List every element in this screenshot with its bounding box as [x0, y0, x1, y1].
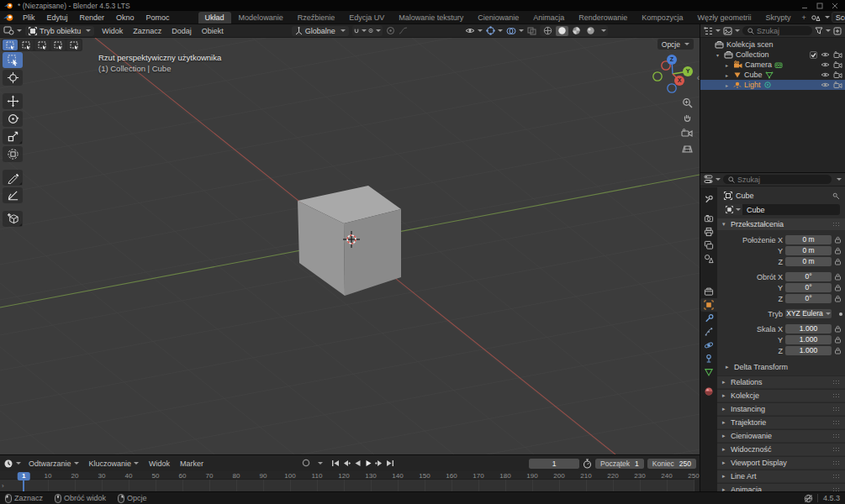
panel-trajektorie[interactable]: ▸ Trajektorie: [717, 416, 845, 428]
panel-widoczność[interactable]: ▸ Widoczność: [717, 443, 845, 455]
current-frame-field[interactable]: 1: [529, 459, 579, 469]
show-gizmo-toggle[interactable]: [486, 26, 503, 35]
prop-tab-tool[interactable]: [700, 192, 717, 206]
panel-grip-icon[interactable]: [832, 380, 840, 385]
delta-transform-subpanel[interactable]: ▸ Delta Transform: [717, 360, 845, 375]
current-frame-badge[interactable]: 1: [18, 472, 29, 480]
panel-grip-icon[interactable]: [832, 393, 840, 398]
expander-icon[interactable]: ▸: [723, 72, 731, 78]
tool-move[interactable]: [3, 93, 23, 109]
camera-view-icon[interactable]: [678, 127, 696, 139]
workspace-tab-skrypty[interactable]: Skrypty: [758, 12, 797, 24]
cube-object[interactable]: [298, 186, 401, 296]
object-name-field[interactable]: Cube: [724, 204, 840, 215]
tool-cursor[interactable]: [3, 70, 23, 86]
camera-restrict-toggle[interactable]: [833, 51, 842, 59]
panel-grip-icon[interactable]: [832, 433, 840, 438]
workspace-tab-układ[interactable]: Układ: [198, 12, 231, 24]
xray-toggle[interactable]: [527, 27, 536, 35]
timeline-menu-marker[interactable]: Marker: [176, 459, 208, 469]
prop-tab-view-layer[interactable]: [700, 239, 717, 252]
outliner-row-light[interactable]: ▸ Light: [700, 80, 845, 90]
lock-icon[interactable]: [834, 247, 842, 255]
timeline-menu-widok[interactable]: Widok: [145, 459, 174, 469]
prop-tab-collection[interactable]: [700, 285, 717, 298]
workspace-tab-malowanie-tekstury[interactable]: Malowanie tekstury: [392, 12, 470, 24]
menu-edytuj[interactable]: Edytuj: [42, 13, 73, 23]
panel-line-art[interactable]: ▸ Line Art: [717, 470, 845, 482]
outliner-search-input[interactable]: Szukaj: [742, 26, 812, 35]
lock-icon[interactable]: [834, 258, 842, 265]
tool-annotate[interactable]: [3, 170, 23, 186]
breadcrumb-object-name[interactable]: Cube: [736, 192, 754, 200]
viewport-canvas[interactable]: ZYX Opcje Rzut perspektywiczny użytkowni…: [0, 38, 700, 454]
start-frame-field[interactable]: Początek 1: [595, 459, 644, 469]
prop-tab-constraints[interactable]: [700, 352, 717, 365]
outliner-editor[interactable]: Szukaj Kolekcja scen ▾ Collection ▸ Came…: [700, 24, 845, 172]
object-type-chip[interactable]: [724, 204, 742, 215]
timeline-ruler[interactable]: 10 20 30 40 50 60 70 80 90 100 110 120 1…: [0, 471, 700, 492]
camera-restrict-toggle[interactable]: [833, 81, 842, 89]
prop-tab-world[interactable]: [700, 265, 717, 279]
zoom-icon[interactable]: [678, 97, 696, 108]
expander-icon[interactable]: ▸: [723, 62, 731, 68]
lock-icon[interactable]: [834, 347, 842, 354]
eye-toggle[interactable]: [821, 81, 830, 88]
workspace-tab-animacja[interactable]: Animacja: [526, 12, 571, 24]
menu-plik[interactable]: Plik: [18, 13, 40, 23]
pan-hand-icon[interactable]: [678, 112, 696, 123]
panel-cieniowanie[interactable]: ▸ Cieniowanie: [717, 429, 845, 442]
outliner-item-label[interactable]: Cube: [744, 71, 763, 79]
panel-kolekcje[interactable]: ▸ Kolekcje: [717, 389, 845, 402]
properties-search-input[interactable]: Szukaj: [723, 175, 832, 184]
select-mode-set[interactable]: [3, 39, 18, 50]
panel-grip-icon[interactable]: [832, 420, 840, 425]
outliner-row-cube[interactable]: ▸ Cube: [700, 70, 845, 80]
field-y[interactable]: 0°: [785, 283, 832, 292]
editor-type-icon[interactable]: [3, 26, 22, 35]
timeline-editor-type-icon[interactable]: [3, 459, 21, 469]
field-skala-x[interactable]: 1.000: [785, 324, 832, 333]
tool-scale[interactable]: [3, 129, 23, 144]
panel-grip-icon[interactable]: [832, 474, 840, 479]
tool-add-cube[interactable]: [3, 211, 23, 227]
select-mode-intersect[interactable]: [66, 39, 82, 50]
outliner-item-label[interactable]: Light: [744, 81, 761, 89]
lock-icon[interactable]: [834, 336, 842, 344]
properties-editor-type-icon[interactable]: [704, 175, 721, 184]
workspace-tab-edycja-uv[interactable]: Edycja UV: [342, 12, 391, 24]
minimize-icon[interactable]: [801, 3, 808, 9]
shading-rendered-button[interactable]: [584, 26, 597, 36]
filter-funnel-icon[interactable]: [815, 27, 831, 34]
shading-solid-button[interactable]: [556, 26, 568, 36]
outliner-row-collection[interactable]: ▾ Collection: [700, 50, 845, 60]
workspace-tab-renderowanie[interactable]: Renderowanie: [572, 12, 634, 24]
pin-icon[interactable]: [832, 192, 840, 200]
orientation-dropdown[interactable]: Globalne: [292, 26, 349, 36]
maximize-icon[interactable]: [816, 3, 823, 9]
panel-relations[interactable]: ▸ Relations: [717, 375, 845, 388]
3d-viewport[interactable]: Tryb obiektu WidokZaznaczDodajObiekt Glo…: [0, 24, 700, 454]
outliner-display-mode-icon[interactable]: [723, 27, 740, 35]
eye-toggle[interactable]: [821, 61, 830, 68]
prop-tab-particles[interactable]: [700, 325, 717, 339]
snap-toggle[interactable]: [354, 26, 367, 36]
tool-select-box[interactable]: [3, 52, 23, 68]
snap-target-dropdown[interactable]: [368, 26, 381, 36]
prop-tab-material[interactable]: [700, 385, 717, 398]
chevron-down-icon[interactable]: [837, 178, 842, 181]
expander-icon[interactable]: ▸: [723, 82, 731, 88]
field-y[interactable]: 1.000: [785, 335, 832, 344]
scene-browse-icon[interactable]: [811, 13, 821, 22]
menu-okno[interactable]: Okno: [111, 13, 140, 23]
lock-icon[interactable]: [834, 295, 842, 302]
network-offline-icon[interactable]: [804, 494, 813, 503]
properties-editor[interactable]: Szukaj Cube Cube ▾ Przekształcenia: [700, 172, 845, 491]
panel-grip-icon[interactable]: [832, 222, 840, 227]
options-button[interactable]: Opcje: [658, 39, 694, 50]
field-położenie-x[interactable]: 0 m: [785, 235, 832, 244]
workspace-tab-węzły-geometrii[interactable]: Węzły geometrii: [690, 12, 758, 24]
menu-render[interactable]: Render: [75, 13, 110, 23]
outliner-row-kolekcja-scen[interactable]: Kolekcja scen: [700, 39, 845, 50]
next-keyframe-button[interactable]: [374, 457, 384, 469]
